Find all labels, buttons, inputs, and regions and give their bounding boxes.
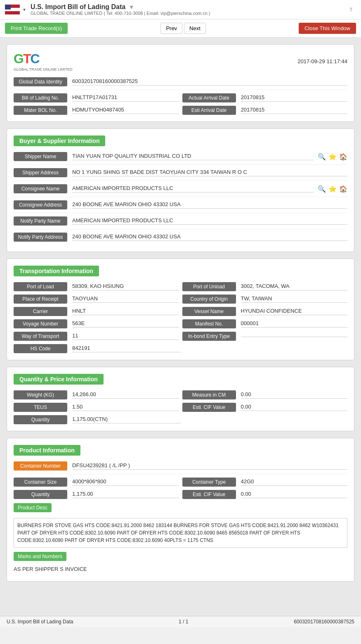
logo-sub: GLOBAL TRADE ONLINE LIMITED	[14, 67, 73, 71]
dropdown-arrow[interactable]: ▼	[22, 7, 26, 12]
container-type-label: Container Type	[182, 478, 236, 487]
product-esti-cif-value: 0.00	[241, 491, 348, 498]
carrier-row: Carrier HNLT	[14, 307, 179, 316]
close-window-button[interactable]: Close This Window	[299, 23, 356, 34]
consignee-home-icon[interactable]: 🏠	[339, 185, 347, 193]
product-info-card: Product Information Container Number DFS…	[7, 438, 354, 582]
voyage-number-row: Voyage Number 563E	[14, 319, 179, 328]
master-bol-value: HDMUTYOH0487405	[72, 107, 179, 114]
weight-value: 14,266.00	[72, 391, 179, 399]
esti-arrival-label: Esti Arrival Date	[182, 106, 236, 115]
shipper-search-icon[interactable]: 🔍	[318, 153, 326, 161]
actual-arrival-label: Actual Arrival Date	[182, 93, 236, 102]
consignee-star-icon[interactable]: ⭐	[328, 185, 337, 193]
consignee-name-row: Consignee Name AMERICAN IMPORTED PRODUCT…	[14, 184, 347, 197]
transportation-title: Transportation Information	[14, 266, 347, 282]
notify-party-name-value: AMERICAN IMPORTED PRODUCTS LLC	[72, 217, 347, 225]
shipper-address-row: Shipper Address NO 1 YUNG SHING ST BADE …	[14, 168, 347, 181]
port-of-load-label: Port of Load	[14, 282, 67, 291]
quantity-price-title: Quantity & Price Information	[14, 374, 347, 390]
shipper-address-label: Shipper Address	[14, 168, 67, 177]
footer-center: 1 / 1	[179, 619, 188, 625]
container-number-value: DFSU4239281 ( /L /PP )	[72, 462, 347, 470]
marks-value: AS PER SHIPPER S INVOICE	[14, 563, 347, 575]
inbond-entry-type-row: In-bond Entry Type	[182, 332, 348, 341]
vessel-name-row: Vessel Name HYUNDAI CONFIDENCE	[182, 307, 348, 316]
product-quantity-value: 1,175.00	[72, 491, 179, 498]
title-arrow: ▼	[129, 4, 134, 10]
container-size-row: Container Size 4000*806*800	[14, 478, 179, 487]
transportation-section-title: Transportation Information	[14, 266, 99, 276]
footer-left: U.S. Import Bill of Lading Data	[7, 619, 73, 625]
quantity-label: Quantity	[14, 415, 67, 424]
product-desc-value: BURNERS FOR STOVE GAS HTS CODE:8421.91.2…	[14, 518, 347, 548]
prev-button[interactable]: Prev	[160, 23, 182, 34]
weight-row: Weight (KG) 14,266.00	[14, 390, 179, 399]
notify-party-name-label: Notify Party Name	[14, 216, 67, 226]
product-desc-button[interactable]: Product Desc	[14, 503, 52, 512]
top-right-text: T	[349, 7, 353, 13]
shipper-name-value: TIAN YUAN TOP QUALITY INDUSTRIAL CO LTD	[72, 153, 314, 160]
master-bol-number-row: Mater BOL No. HDMUTYOH0487405	[14, 106, 179, 115]
product-esti-cif-label: Esti. CIF Value	[182, 490, 236, 499]
logo-text: GTC	[14, 51, 39, 66]
global-data-identity-label: Global Data Identity	[14, 77, 67, 86]
way-of-transport-label: Way of Transport	[14, 332, 67, 341]
teus-cif-row: TEUS 1.50 Esti. CIF Value 0.00	[14, 403, 347, 412]
quantity-price-section-title: Quantity & Price Information	[14, 374, 104, 385]
shipper-address-value: NO 1 YUNG SHING ST BADE DIST TAOYUAN CIT…	[72, 169, 347, 176]
port-of-unload-row: Port of Unload 3002, TACOMA, WA	[182, 282, 348, 291]
product-info-title: Product Information	[14, 445, 347, 461]
consignee-action-icons: 🔍 ⭐ 🏠	[318, 185, 347, 193]
shipper-home-icon[interactable]: 🏠	[339, 153, 347, 161]
print-button[interactable]: Print Trade Record(s)	[5, 23, 68, 34]
esti-cif-value: 0.00	[241, 404, 348, 411]
consignee-search-icon[interactable]: 🔍	[318, 185, 326, 193]
voyage-number-value: 563E	[72, 320, 179, 328]
container-size-value: 4000*806*800	[72, 478, 179, 486]
ports-row: Port of Load 58309, KAO HSIUNG Port of U…	[14, 282, 347, 291]
shipper-star-icon[interactable]: ⭐	[328, 153, 337, 161]
country-of-origin-row: Country of Origin TW, TAIWAN	[182, 295, 348, 304]
esti-cif-label: Esti. CIF Value	[182, 403, 236, 412]
carrier-value: HNLT	[72, 308, 179, 315]
master-bol-row: Mater BOL No. HDMUTYOH0487405 Esti Arriv…	[14, 106, 347, 115]
product-quantity-cif-row: Quantity 1,175.00 Esti. CIF Value 0.00	[14, 490, 347, 499]
product-quantity-label: Quantity	[14, 490, 67, 499]
port-of-unload-value: 3002, TACOMA, WA	[241, 283, 348, 290]
app-title: U.S. Import Bill of Lading Data	[31, 3, 125, 10]
manifest-no-value: 000001	[241, 320, 348, 328]
container-number-row: Container Number DFSU4239281 ( /L /PP )	[14, 461, 347, 474]
master-bol-label: Mater BOL No.	[14, 106, 67, 115]
container-size-label: Container Size	[14, 478, 67, 487]
consignee-address-value: 240 BOONE AVE MARION OHIO 43302 USA	[72, 201, 347, 209]
flag-icon	[5, 5, 20, 14]
hs-code-row: HS Code 842191	[14, 344, 181, 353]
shipper-action-icons: 🔍 ⭐ 🏠	[318, 153, 347, 161]
consignee-address-row: Consignee Address 240 BOONE AVE MARION O…	[14, 200, 347, 213]
consignee-name-label: Consignee Name	[14, 184, 67, 193]
next-button[interactable]: Next	[184, 23, 206, 34]
transportation-card: Transportation Information Port of Load …	[7, 259, 354, 360]
marks-button[interactable]: Marks and Numbers	[14, 552, 66, 561]
actual-arrival-value: 20170815	[241, 94, 348, 102]
hs-code-value: 842191	[72, 345, 181, 352]
way-of-transport-value: 11	[72, 333, 179, 340]
receipt-origin-row: Place of Receipt TAOYUAN Country of Orig…	[14, 295, 347, 304]
bill-of-lading-label: Bill of Lading No.	[14, 93, 67, 102]
marks-section: Marks and Numbers AS PER SHIPPER S INVOI…	[14, 552, 347, 575]
country-of-origin-label: Country of Origin	[182, 295, 236, 304]
manifest-no-row: Manifest No. 000001	[182, 319, 348, 328]
vessel-name-value: HYUNDAI CONFIDENCE	[241, 308, 348, 315]
card-header-row: GTC GLOBAL TRADE ONLINE LIMITED 2017-09-…	[14, 51, 347, 71]
actual-arrival-row: Actual Arrival Date 20170815	[182, 93, 348, 102]
product-quantity-row: Quantity 1,175.00	[14, 490, 179, 499]
place-of-receipt-label: Place of Receipt	[14, 295, 67, 304]
top-bar: ▼ U.S. Import Bill of Lading Data ▼ GLOB…	[0, 0, 361, 19]
manifest-no-label: Manifest No.	[182, 319, 236, 328]
teus-row: TEUS 1.50	[14, 403, 179, 412]
hs-code-label: HS Code	[14, 344, 67, 353]
company-info: GLOBAL TRADE ONLINE LIMITED ( Tel: 400-7…	[31, 11, 210, 16]
container-number-label: Container Number	[14, 461, 67, 471]
measure-label: Measure in CM	[182, 390, 236, 399]
